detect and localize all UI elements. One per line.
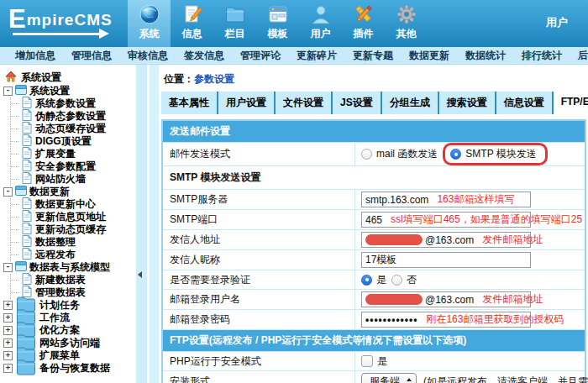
expand-node-icon[interactable]: + [3, 351, 13, 360]
user-icon [310, 3, 332, 25]
expand-node-icon[interactable]: + [3, 338, 13, 348]
install-mode-select[interactable]: 服务端 [361, 373, 417, 383]
sidebar-item[interactable]: 系统参数设置 [11, 97, 136, 110]
collapse-arrow-icon[interactable] [138, 271, 142, 278]
radio-option[interactable]: mail 函数发送 [361, 147, 438, 161]
sidebar-splitter[interactable] [136, 65, 147, 383]
toolbar-item-模板[interactable]: 模板 [256, 0, 299, 47]
radio-selected-icon[interactable] [361, 275, 372, 286]
nav-item[interactable]: 更新专题 [353, 49, 393, 63]
tab-FTP/EMAIL[interactable]: FTP/EMAIL [554, 92, 588, 114]
radio-icon[interactable] [391, 275, 402, 286]
breadcrumb-link[interactable]: 参数设置 [194, 73, 234, 85]
toolbar-item-信息[interactable]: 信息 [171, 0, 213, 47]
sidebar-item[interactable]: 数据更新中心 [11, 198, 136, 211]
tab-基本属性[interactable]: 基本属性 [161, 92, 218, 114]
toolbar-item-其他[interactable]: 其他 [385, 0, 428, 47]
panel-icon [15, 85, 27, 97]
sidebar-item[interactable]: 动态页缓存设置 [11, 123, 136, 135]
nav-item[interactable]: 排行统计 [522, 49, 562, 63]
form-row: 安装形式服务端(如是远程发布，请选客户端，并且需配置FTP选项) [163, 371, 585, 383]
nav-item[interactable]: 更新碎片 [297, 49, 337, 63]
settings-tabs: 基本属性用户设置文件设置JS设置分组生成搜索设置信息设置FTP/EMAIL模型设… [161, 92, 588, 114]
password-input[interactable]: ••••••••••••刚在163邮箱里获取到的授权码 [361, 312, 531, 328]
expand-node-icon[interactable]: + [3, 364, 13, 373]
sidebar-item[interactable]: 更新信息页地址 [11, 211, 136, 223]
sidebar-item[interactable]: 更新动态页缓存 [11, 223, 136, 236]
globe-icon [139, 3, 160, 25]
sidebar-item[interactable]: 新建数据表 [11, 274, 136, 286]
nav-item[interactable]: 管理评论 [240, 49, 281, 63]
text-input[interactable]: @163.com发件邮箱地址 [361, 291, 531, 307]
nav-item[interactable]: 签发信息 [184, 49, 224, 63]
toolbar-item-系统[interactable]: 系统 [128, 0, 171, 47]
expand-node-icon[interactable]: + [3, 326, 13, 335]
field-value: 是否 [355, 270, 585, 289]
tab-搜索设置[interactable]: 搜索设置 [439, 92, 496, 114]
sidebar-item[interactable]: 安全参数配置 [11, 160, 136, 173]
radio-option-annotated[interactable]: SMTP 模块发送 [443, 143, 547, 165]
nav-item[interactable]: 数据更新 [409, 49, 449, 63]
sidebar-item[interactable]: DIGG顶设置 [11, 135, 136, 148]
sidebar-item[interactable]: 伪静态参数设置 [11, 110, 136, 123]
radio-option[interactable]: 是 [361, 273, 386, 287]
sidebar-group[interactable]: -系统设置 [0, 85, 136, 97]
sidebar-item[interactable]: 网站防火墙 [11, 173, 136, 186]
field-label: SMTP服务器 [163, 190, 355, 209]
tab-文件设置[interactable]: 文件设置 [276, 92, 333, 114]
sidebar-group[interactable]: -数据更新 [0, 186, 136, 198]
tab-JS设置[interactable]: JS设置 [333, 92, 382, 114]
logo-text: EmpireCMS [8, 13, 113, 28]
input-value: smtp.163.com [365, 194, 428, 206]
collapse-node-icon[interactable]: - [3, 263, 13, 272]
nav-item[interactable]: 增加信息 [15, 49, 55, 63]
expand-node-icon[interactable]: + [3, 313, 13, 323]
nav-item[interactable]: 数据统计 [465, 49, 506, 63]
collapse-node-icon[interactable]: - [3, 187, 13, 197]
annotation-note: 刚在163邮箱里获取到的授权码 [426, 312, 564, 327]
toolbar-item-插件[interactable]: 插件 [342, 0, 385, 47]
checkbox-option[interactable]: 是 [361, 354, 387, 369]
annotation-note: 163邮箱这样填写 [437, 192, 514, 207]
empirecms-admin: EmpireCMS 系统信息栏目模板用户插件其他 用户 增加信息管理信息审核信息… [0, 0, 588, 383]
collapse-node-icon[interactable]: - [3, 87, 13, 96]
sidebar-group[interactable]: -数据表与系统模型 [0, 261, 136, 274]
text-input[interactable]: 17模板 [361, 252, 531, 268]
nav-item[interactable]: 审核信息 [128, 49, 168, 63]
text-input[interactable]: smtp.163.com163邮箱这样填写 [361, 192, 531, 207]
expand-node-icon[interactable]: + [3, 301, 13, 310]
sidebar-item[interactable]: 扩展变量 [11, 148, 136, 160]
sidebar-root[interactable]: 系统设置 [0, 71, 136, 85]
input-value: @163.com [425, 294, 474, 306]
radio-option-label: SMTP 模块发送 [465, 147, 536, 161]
section-header: FTP设置(远程发布 / PHP运行于安全模式等情况下需设置以下选项) [163, 330, 585, 352]
panel-icon [15, 261, 27, 274]
form-row: PHP运行于安全模式是 [163, 352, 585, 371]
sidebar-item[interactable]: 数据整理 [11, 236, 136, 249]
annotation-note: ssl填写端口465，如果是普通的填写端口25 [391, 212, 582, 227]
nav-item[interactable]: 后台首页 [578, 49, 588, 63]
toolbar-item-用户[interactable]: 用户 [299, 0, 342, 47]
field-label: 邮件发送模式 [163, 143, 355, 165]
tab-信息设置[interactable]: 信息设置 [496, 92, 554, 114]
nav-item[interactable]: 管理信息 [71, 49, 112, 63]
form-row: SMTP服务器smtp.163.com163邮箱这样填写 [163, 190, 585, 210]
radio-icon[interactable] [361, 149, 372, 160]
checkbox-icon[interactable] [361, 355, 373, 367]
tab-分组生成[interactable]: 分组生成 [382, 92, 439, 114]
empirecms-logo[interactable]: EmpireCMS [0, 0, 128, 47]
text-input[interactable]: @163.com发件邮箱地址 [361, 232, 531, 248]
breadcrumb: 位置：参数设置 [161, 65, 588, 91]
radio-option-label: mail 函数发送 [376, 147, 438, 161]
sidebar-group[interactable]: +备份与恢复数据 [0, 362, 136, 375]
toolbar-item-栏目[interactable]: 栏目 [213, 0, 256, 47]
tab-用户设置[interactable]: 用户设置 [218, 92, 276, 114]
text-input[interactable]: 465ssl填写端口465，如果是普通的填写端口25 [361, 212, 531, 228]
radio-selected-icon[interactable] [450, 149, 461, 160]
annotation-note: 发件邮箱地址 [482, 292, 543, 307]
field-value: 是 [355, 352, 585, 370]
folder-icon [15, 356, 37, 380]
sidebar-item[interactable]: 远程发布 [11, 249, 136, 261]
subsection-header: SMTP 模块发送设置 [163, 166, 585, 190]
radio-option[interactable]: 否 [391, 273, 417, 287]
